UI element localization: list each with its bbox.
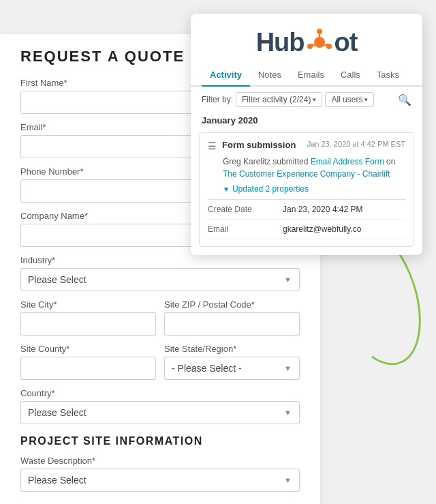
- country-field: Country* Please Select: [20, 388, 300, 424]
- email-form-link[interactable]: Email Address Form: [311, 157, 384, 166]
- site-county-label: Site County*: [20, 344, 156, 354]
- hubspot-logo-t: t: [349, 28, 358, 57]
- site-state-select[interactable]: - Please Select -: [164, 357, 300, 380]
- site-city-input[interactable]: [20, 312, 156, 336]
- activity-header: ☰ Form submission Jan 23, 2020 at 4:42 P…: [208, 140, 405, 151]
- properties-list: Create Date Jan 23, 2020 4:42 PM Email g…: [208, 199, 405, 239]
- filter-activity-button[interactable]: Filter activity (2/24) ▾: [236, 92, 322, 107]
- activity-title: Form submission: [222, 140, 302, 150]
- industry-field: Industry* Please Select: [20, 255, 300, 291]
- country-label: Country*: [20, 388, 300, 398]
- hubspot-logo-area: Hub o t: [191, 14, 422, 64]
- tab-tasks[interactable]: Tasks: [369, 64, 407, 87]
- activity-description: Greg Karelitz submitted Email Address Fo…: [223, 155, 405, 180]
- tab-calls[interactable]: Calls: [332, 64, 369, 87]
- updated-properties-toggle[interactable]: ▼ Updated 2 properties: [223, 184, 405, 194]
- industry-select[interactable]: Please Select: [20, 268, 300, 291]
- site-county-field: Site County*: [20, 344, 156, 380]
- site-state-select-wrapper: - Please Select -: [164, 357, 300, 380]
- chevron-down-icon: ▾: [364, 96, 368, 103]
- company-link[interactable]: The Customer Experience Company - Chairl…: [223, 169, 390, 179]
- tab-emails[interactable]: Emails: [290, 64, 332, 87]
- hubspot-card: Hub o t Activity: [191, 14, 422, 255]
- site-zip-label: Site ZIP / Postal Code*: [164, 299, 300, 310]
- activity-time: Jan 23, 2020 at 4:42 PM EST: [307, 140, 405, 148]
- country-select-wrapper: Please Select: [20, 401, 300, 424]
- site-city-label: Site City*: [20, 299, 156, 310]
- site-county-input[interactable]: [20, 357, 156, 380]
- hubspot-logo-spot: o: [334, 28, 349, 57]
- county-state-row: Site County* Site State/Region* - Please…: [20, 344, 300, 380]
- country-select[interactable]: Please Select: [20, 401, 300, 424]
- industry-select-wrapper: Please Select: [20, 268, 300, 291]
- waste-select[interactable]: Please Select: [20, 469, 300, 492]
- activity-item: ☰ Form submission Jan 23, 2020 at 4:42 P…: [199, 132, 414, 247]
- site-state-label: Site State/Region*: [164, 344, 300, 354]
- filter-users-button[interactable]: All users ▾: [325, 92, 374, 107]
- hubspot-logo-icon: [305, 27, 334, 57]
- hubspot-logo: Hub o t: [204, 27, 409, 57]
- industry-label: Industry*: [20, 255, 300, 265]
- chevron-down-icon: ▼: [223, 186, 230, 193]
- form-submission-icon: ☰: [208, 140, 217, 151]
- tab-notes[interactable]: Notes: [250, 64, 290, 87]
- site-state-field: Site State/Region* - Please Select -: [164, 344, 300, 380]
- waste-field: Waste Description* Please Select: [20, 456, 300, 492]
- chevron-down-icon: ▾: [313, 96, 316, 103]
- property-key: Email: [208, 224, 283, 234]
- filter-bar: Filter by: Filter activity (2/24) ▾ All …: [191, 87, 422, 113]
- filter-label: Filter by:: [202, 95, 233, 104]
- site-city-field: Site City*: [20, 299, 156, 336]
- property-value: gkarelitz@webfully.co: [283, 224, 361, 234]
- search-icon[interactable]: 🔍: [398, 93, 411, 106]
- property-row: Create Date Jan 23, 2020 4:42 PM: [208, 200, 405, 220]
- property-row: Email gkarelitz@webfully.co: [208, 220, 405, 239]
- section2-title: Project Site Information: [20, 435, 300, 447]
- site-zip-field: Site ZIP / Postal Code*: [164, 299, 300, 336]
- property-key: Create Date: [208, 205, 283, 214]
- tab-activity[interactable]: Activity: [202, 64, 250, 87]
- hubspot-tabs: Activity Notes Emails Calls Tasks: [191, 64, 422, 87]
- svg-point-1: [317, 29, 322, 34]
- svg-point-0: [314, 37, 325, 48]
- property-value: Jan 23, 2020 4:42 PM: [283, 205, 362, 214]
- city-zip-row: Site City* Site ZIP / Postal Code*: [20, 299, 300, 336]
- waste-select-wrapper: Please Select: [20, 469, 300, 492]
- waste-label: Waste Description*: [20, 456, 300, 466]
- site-zip-input[interactable]: [164, 312, 300, 336]
- month-header: January 2020: [191, 113, 422, 128]
- hubspot-logo-hub: Hub: [256, 28, 305, 57]
